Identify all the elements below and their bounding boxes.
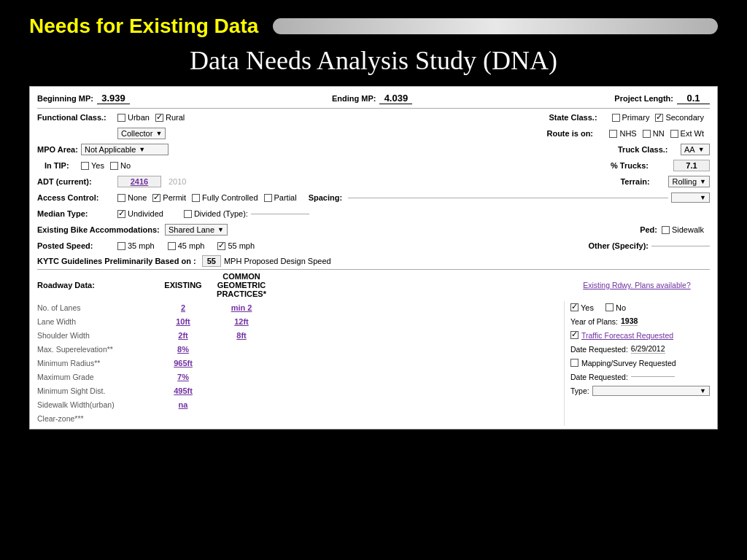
spacing-dropdown[interactable]: ▼ [671,192,710,203]
shoulder-row: Shoulder Width 2ft 8ft [37,329,560,341]
collector-dropdown[interactable]: Collector ▼ [117,128,166,139]
truck-class-arrow: ▼ [698,146,705,153]
beginning-mp-label: Beginning MP: [37,94,93,103]
traffic-forecast-checkbox[interactable] [570,331,578,339]
partial-checkbox-item[interactable]: Partial [264,193,297,202]
lane-width-label: Lane Width [37,317,154,326]
speed-45-checkbox[interactable] [168,242,176,250]
date-requested-label: Date Requested: [570,345,628,354]
sidewalk-checkbox-item[interactable]: Sidewalk [662,225,704,234]
none-checkbox-item[interactable]: None [117,193,147,202]
tip-no-checkbox[interactable] [110,162,118,170]
undivided-checkbox[interactable] [117,210,125,218]
none-checkbox[interactable] [117,194,125,202]
rural-checkbox[interactable] [155,114,163,122]
lane-width-existing: 10ft [154,317,212,326]
partial-checkbox[interactable] [264,194,272,202]
rdwy-no-checkbox[interactable] [605,303,614,311]
type-dropdown[interactable]: ▼ [592,386,710,396]
permit-label: Permit [163,193,186,202]
bike-label: Existing Bike Accommodations: [37,225,165,234]
ped-label: Ped: [640,225,657,234]
tip-no-checkbox-item[interactable]: No [110,161,131,170]
other-specify-field[interactable] [651,246,710,246]
secondary-label: Secondary [665,113,704,122]
title-bar: Needs for Existing Data [29,15,718,38]
mp-row: Beginning MP: 3.939 Ending MP: 4.039 Pro… [37,93,710,104]
type-label: Type: [570,386,589,395]
speed-55-checkbox-item[interactable]: 55 mph [217,241,255,250]
nhs-checkbox[interactable] [609,130,617,138]
secondary-checkbox[interactable] [655,114,663,122]
super-label: Max. Superelevation** [37,345,154,354]
ending-mp-value: 4.039 [379,93,412,104]
primary-checkbox-item[interactable]: Primary [612,113,650,122]
speed-45-checkbox-item[interactable]: 45 mph [168,241,205,250]
rural-checkbox-item[interactable]: Rural [155,113,185,122]
partial-label: Partial [274,193,297,202]
year-plans-value: 1938 [621,316,638,326]
common-geometric-header: COMMON GEOMETRIC [212,272,271,289]
radius-existing: 965ft [154,359,212,368]
speed-35-checkbox[interactable] [117,242,125,250]
urban-label: Urban [128,113,150,122]
date-requested-row: Date Requested: 6/29/2012 [570,343,710,355]
speed-35-label: 35 mph [128,241,155,250]
existing-rdwy-link[interactable]: Existing Rdwy. Plans available? [564,281,710,289]
mapping-date-label: Date Requested: [570,373,628,381]
tip-no-label: No [120,161,131,170]
project-length-value: 0.1 [677,93,710,104]
adt-label: ADT (current): [37,177,117,186]
mapping-date-field[interactable] [631,376,675,377]
nn-checkbox-item[interactable]: NN [643,129,665,138]
terrain-dropdown[interactable]: Rolling ▼ [668,176,710,187]
divided-checkbox-item[interactable]: Divided (Type): [184,209,309,218]
terrain-arrow: ▼ [700,178,706,185]
urban-checkbox[interactable] [117,114,125,122]
rdwy-yes-item[interactable]: Yes [570,303,594,312]
subtitle: Data Needs Analysis Study (DNA) [29,45,718,76]
truck-class-dropdown[interactable]: AA ▼ [681,144,710,155]
radius-row: Minimum Radius** 965ft [37,357,560,369]
rdwy-no-item[interactable]: No [605,303,626,312]
median-row: Median Type: Undivided Divided (Type): [37,207,710,220]
mpo-dropdown[interactable]: Not Applicable ▼ [81,144,169,155]
permit-checkbox-item[interactable]: Permit [152,193,186,202]
divided-checkbox[interactable] [184,210,192,218]
fully-controlled-checkbox-item[interactable]: Fully Controlled [192,193,258,202]
permit-checkbox[interactable] [152,194,160,202]
secondary-checkbox-item[interactable]: Secondary [655,113,704,122]
tip-yes-checkbox-item[interactable]: Yes [81,161,104,170]
bike-dropdown[interactable]: Shared Lane ▼ [165,224,228,236]
rdwy-no-label: No [616,303,626,312]
primary-checkbox[interactable] [612,114,620,122]
mpo-truck-row: MPO Area: Not Applicable ▼ Truck Class.:… [37,143,710,156]
existing-col-header: EXISTING [154,281,212,289]
mapping-checkbox[interactable] [570,359,578,367]
speed-55-checkbox[interactable] [217,242,225,250]
year-plans-row: Year of Plans: 1938 [570,315,710,327]
undivided-checkbox-item[interactable]: Undivided [117,209,163,218]
sidewalk-label: Sidewalk [672,225,704,234]
speed-35-checkbox-item[interactable]: 35 mph [117,241,155,250]
nn-checkbox[interactable] [643,130,651,138]
nhs-checkbox-item[interactable]: NHS [609,129,636,138]
spacing-arrow: ▼ [700,194,706,201]
radius-label: Minimum Radius** [37,359,154,368]
grade-label: Maximum Grade [37,373,154,381]
ext-wt-checkbox-item[interactable]: Ext Wt [670,129,704,138]
ext-wt-checkbox[interactable] [670,130,678,138]
fully-controlled-checkbox[interactable] [192,194,200,202]
ext-wt-label: Ext Wt [681,129,704,138]
terrain-label: Terrain: [620,177,664,186]
sidewalk-checkbox[interactable] [662,226,670,234]
clear-zone-row: Clear-zone*** [37,412,560,424]
urban-checkbox-item[interactable]: Urban [117,113,150,122]
adt-terrain-row: ADT (current): 2416 2010 Terrain: Rollin… [37,175,710,188]
route-on-label: Route is on: [546,129,605,138]
tip-yes-checkbox[interactable] [81,162,89,170]
traffic-forecast-link[interactable]: Traffic Forecast Requested [581,331,673,340]
rdwy-yes-checkbox[interactable] [570,303,578,311]
tip-yes-label: Yes [91,161,104,170]
sidewalk-urban-row: Sidewalk Width(urban) na [37,398,560,411]
